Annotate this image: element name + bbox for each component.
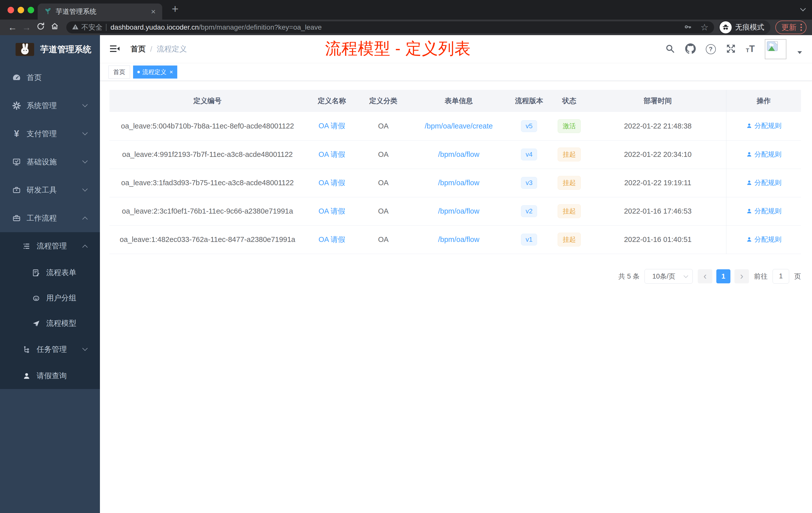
- form-link[interactable]: /bpm/oa/flow: [438, 150, 479, 158]
- app-logo[interactable]: 芋道管理系统: [0, 35, 100, 63]
- definition-name-link[interactable]: OA 请假: [318, 179, 345, 187]
- status-badge: 激活: [558, 119, 581, 133]
- definition-name-link[interactable]: OA 请假: [318, 207, 345, 215]
- url-host: dashboard.yudao.iocoder.cn: [111, 23, 199, 31]
- definition-category: OA: [358, 112, 408, 140]
- col-status: 状态: [549, 90, 589, 112]
- sidebar-item-dev-tools[interactable]: 研发工具: [0, 176, 100, 204]
- chevron-down-icon: [82, 345, 88, 351]
- table-row: oa_leave:5:004b710b-7b8a-11ec-8ef0-acde4…: [110, 112, 801, 140]
- definition-table: 定义编号 定义名称 定义分类 表单信息 流程版本 状态 部署时间 操作 oa_l: [110, 90, 801, 254]
- form-link[interactable]: /bpm/oa/flow: [438, 179, 479, 187]
- robot-face-icon: [31, 294, 41, 302]
- breadcrumb-current: 流程定义: [157, 44, 187, 54]
- select-caret-icon: [684, 273, 688, 278]
- tag-close-icon[interactable]: ×: [170, 69, 173, 75]
- macos-traffic-lights: [7, 7, 34, 13]
- screen: 芋道管理系统 × + ← → 不安全 dashboard.yudao.iocod…: [0, 0, 812, 513]
- avatar[interactable]: [765, 39, 786, 59]
- browser-update-button[interactable]: 更新: [775, 21, 807, 34]
- sidebar-item-task-management[interactable]: 任务管理: [0, 336, 100, 363]
- browser-toolbar: ← → 不安全 dashboard.yudao.iocoder.cn /bpm/…: [0, 20, 812, 35]
- url-path: /bpm/manager/definition?key=oa_leave: [199, 23, 322, 31]
- forward-button[interactable]: →: [20, 22, 34, 33]
- github-icon[interactable]: [685, 43, 696, 55]
- definition-id: oa_leave:1:482ec033-762a-11ec-8477-a2380…: [110, 225, 306, 254]
- sidebar-item-workflow[interactable]: 工作流程: [0, 204, 100, 232]
- password-key-icon[interactable]: [684, 23, 692, 32]
- deploy-time: 2022-01-16 01:40:51: [589, 225, 726, 254]
- next-page-button[interactable]: ›: [734, 269, 749, 283]
- assign-rule-button[interactable]: 分配规则: [746, 121, 782, 130]
- deploy-time: 2022-01-22 19:19:11: [589, 169, 726, 197]
- total-count: 共 5 条: [618, 272, 639, 281]
- home-button[interactable]: [48, 22, 62, 33]
- assign-rule-button[interactable]: 分配规则: [746, 207, 782, 216]
- sidebar-item-infrastructure[interactable]: 基础设施: [0, 148, 100, 176]
- close-window-button[interactable]: [7, 7, 14, 13]
- browser-tab[interactable]: 芋道管理系统 ×: [38, 3, 162, 20]
- tag-process-definition[interactable]: 流程定义 ×: [133, 65, 177, 79]
- help-icon[interactable]: ?: [706, 44, 716, 54]
- task-flow-icon: [22, 345, 32, 354]
- table-row: oa_leave:1:482ec033-762a-11ec-8477-a2380…: [110, 225, 801, 254]
- search-icon[interactable]: [665, 44, 675, 55]
- browser-tab-strip: 芋道管理系统 × +: [0, 0, 812, 20]
- sidebar-item-process-model[interactable]: 流程模型: [0, 311, 100, 336]
- briefcase-icon: [11, 214, 22, 222]
- fullscreen-icon[interactable]: [726, 44, 736, 55]
- goto-page-input[interactable]: 1: [773, 269, 789, 283]
- sidebar-item-system[interactable]: 系统管理: [0, 92, 100, 120]
- tab-close-icon[interactable]: ×: [151, 7, 156, 16]
- minimize-window-button[interactable]: [18, 7, 24, 13]
- collapse-sidebar-icon[interactable]: [109, 43, 120, 55]
- definition-id: oa_leave:2:3c1f0ef1-76b1-11ec-9c66-a2380…: [110, 197, 306, 225]
- form-link[interactable]: /bpm/oa/flow: [438, 235, 479, 243]
- deploy-time: 2022-01-22 20:34:10: [589, 140, 726, 169]
- col-process-version: 流程版本: [509, 90, 549, 112]
- zoom-window-button[interactable]: [28, 7, 34, 13]
- page-size-select[interactable]: 10条/页: [644, 269, 693, 283]
- assign-rule-button[interactable]: 分配规则: [746, 235, 782, 244]
- version-badge: v2: [521, 205, 537, 217]
- table-header-row: 定义编号 定义名称 定义分类 表单信息 流程版本 状态 部署时间 操作: [110, 90, 801, 112]
- version-badge: v4: [521, 149, 537, 160]
- status-badge: 挂起: [558, 176, 581, 190]
- sidebar-item-leave-query[interactable]: 请假查询: [0, 363, 100, 389]
- user-menu-caret-icon[interactable]: [798, 51, 802, 54]
- tab-search-chevron-icon[interactable]: [800, 6, 806, 11]
- back-button[interactable]: ←: [5, 22, 20, 33]
- sidebar-item-user-group[interactable]: 用户分组: [0, 285, 100, 311]
- breadcrumb-home[interactable]: 首页: [130, 44, 146, 54]
- url-divider: [106, 24, 107, 31]
- chevron-up-icon: [82, 217, 88, 222]
- sidebar-item-home[interactable]: 首页: [0, 63, 100, 92]
- form-link[interactable]: /bpm/oa/flow: [438, 207, 479, 215]
- form-link[interactable]: /bpm/oa/leave/create: [425, 122, 493, 130]
- sidebar-item-process-management[interactable]: 流程管理: [0, 232, 100, 260]
- url-bar[interactable]: 不安全 dashboard.yudao.iocoder.cn /bpm/mana…: [66, 21, 714, 33]
- version-badge: v1: [521, 234, 537, 245]
- incognito-label: 无痕模式: [735, 22, 764, 32]
- definition-name-link[interactable]: OA 请假: [318, 122, 345, 130]
- current-page-button[interactable]: 1: [716, 269, 730, 283]
- bookmark-star-icon[interactable]: ☆: [700, 22, 708, 33]
- new-tab-button[interactable]: +: [172, 2, 178, 16]
- logo-avatar: [16, 43, 34, 56]
- sidebar-item-payment[interactable]: ¥ 支付管理: [0, 120, 100, 148]
- tag-home[interactable]: 首页: [109, 65, 130, 79]
- font-size-icon[interactable]: TT: [746, 45, 755, 53]
- chevron-down-icon: [82, 130, 88, 135]
- version-badge: v5: [521, 120, 537, 132]
- definition-name-link[interactable]: OA 请假: [318, 235, 345, 243]
- browser-menu-icon[interactable]: [801, 24, 802, 31]
- definition-name-link[interactable]: OA 请假: [318, 150, 345, 158]
- assign-rule-button[interactable]: 分配规则: [746, 150, 782, 159]
- reload-button[interactable]: [34, 22, 48, 33]
- sidebar-item-process-form[interactable]: 流程表单: [0, 260, 100, 285]
- security-label: 不安全: [81, 23, 103, 32]
- assign-rule-button[interactable]: 分配规则: [746, 178, 782, 187]
- table-row: oa_leave:4:991f2193-7b7f-11ec-a3c8-acde4…: [110, 140, 801, 169]
- prev-page-button[interactable]: ‹: [698, 269, 712, 283]
- definition-category: OA: [358, 140, 408, 169]
